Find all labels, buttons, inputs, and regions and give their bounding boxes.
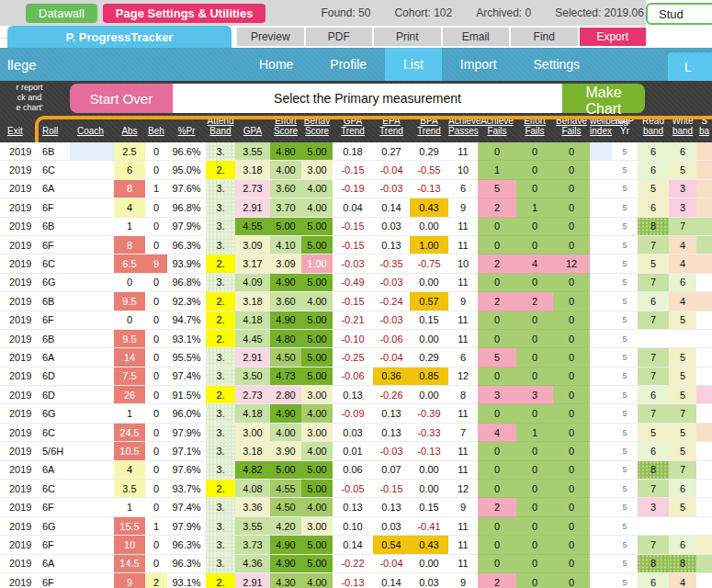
cell[interactable]: 2. xyxy=(206,254,235,273)
cell[interactable] xyxy=(70,367,114,385)
cell[interactable]: 2019 xyxy=(0,235,35,254)
cell[interactable]: 0.13 xyxy=(373,423,410,441)
cell[interactable]: 4.08 xyxy=(235,480,270,498)
column-header[interactable]: BPATrend xyxy=(410,116,448,139)
cell[interactable] xyxy=(590,516,612,535)
cell[interactable]: 1 xyxy=(516,423,553,441)
cell[interactable]: 3.18 xyxy=(235,442,270,460)
cell[interactable] xyxy=(590,179,612,198)
cell[interactable]: 6 xyxy=(448,179,478,198)
cell[interactable]: 2. xyxy=(206,292,235,311)
cell[interactable] xyxy=(696,348,712,367)
cell[interactable]: 0 xyxy=(516,311,553,329)
cell[interactable]: 0 xyxy=(516,516,553,535)
cell[interactable]: -0.06 xyxy=(373,329,410,347)
cell[interactable]: 0 xyxy=(553,460,590,479)
cell[interactable]: 3. xyxy=(206,179,235,198)
student-row[interactable]: 20196C6095.0%2.3.184.003.00-0.15-0.04-0.… xyxy=(0,161,712,179)
cell[interactable]: 6G xyxy=(35,516,70,535)
cell[interactable]: 2019 xyxy=(0,536,35,554)
cell[interactable]: 0.13 xyxy=(333,498,373,516)
cell[interactable]: 0.00 xyxy=(410,273,448,291)
primary-measurement-field[interactable]: Select the Primary measurement xyxy=(173,84,562,113)
cell[interactable]: 4.90 xyxy=(270,311,301,329)
cell[interactable]: -0.55 xyxy=(410,161,448,179)
cell[interactable]: 3.5 xyxy=(114,480,145,498)
cell[interactable]: 0.00 xyxy=(410,460,448,479)
cell[interactable]: 12 xyxy=(448,367,478,385)
cell[interactable] xyxy=(70,235,114,254)
cell[interactable]: 5.00 xyxy=(301,273,333,291)
cell[interactable] xyxy=(696,572,712,588)
cell[interactable]: 0 xyxy=(553,348,590,367)
cell[interactable]: 7 xyxy=(448,423,478,441)
cell[interactable]: 2. xyxy=(206,386,235,404)
cell[interactable] xyxy=(590,292,612,311)
cell[interactable]: 3. xyxy=(206,217,235,235)
cell[interactable]: 0.06 xyxy=(333,460,373,479)
column-header[interactable]: Coach xyxy=(70,116,114,139)
cell[interactable]: 94.7% xyxy=(167,311,206,329)
cell[interactable]: 4.00 xyxy=(301,404,333,423)
cell[interactable]: 7 xyxy=(638,536,669,554)
email-button[interactable]: Email xyxy=(443,28,510,46)
cell[interactable] xyxy=(696,179,712,198)
column-header[interactable]: AttendBand xyxy=(206,116,235,139)
cell[interactable]: 6G xyxy=(35,404,70,423)
cell[interactable] xyxy=(696,442,712,460)
cell[interactable]: 0.07 xyxy=(373,460,410,479)
cell[interactable] xyxy=(70,442,114,460)
cell[interactable]: 5 xyxy=(478,179,516,198)
cell[interactable]: 0 xyxy=(145,235,167,254)
cell[interactable]: 4 xyxy=(669,235,696,254)
cell[interactable]: 0 xyxy=(478,554,516,572)
cell[interactable]: -0.19 xyxy=(333,179,373,198)
cell[interactable]: 5/6H xyxy=(35,442,70,460)
cell[interactable]: 0 xyxy=(145,386,167,404)
cell[interactable]: 4.00 xyxy=(301,572,333,588)
cell[interactable] xyxy=(696,142,712,161)
cell[interactable]: 97.9% xyxy=(167,423,206,441)
cell[interactable]: 5 xyxy=(669,386,696,404)
cell[interactable]: 0 xyxy=(145,273,167,291)
cell[interactable]: 97.9% xyxy=(167,217,206,235)
cell[interactable]: 4 xyxy=(114,198,145,217)
cell[interactable]: 11 xyxy=(448,460,478,479)
cell[interactable]: 6 xyxy=(669,480,696,498)
student-row[interactable]: 20196C6.5993.9%2.3.173.091.00-0.03-0.35-… xyxy=(0,254,712,273)
cell[interactable]: -0.09 xyxy=(333,404,373,423)
student-row[interactable]: 20196B2.5096.6%3.3.554.805.000.180.270.2… xyxy=(0,142,712,161)
cell[interactable]: 10 xyxy=(448,161,478,179)
cell[interactable]: 9 xyxy=(145,254,167,273)
cell[interactable]: 96.6% xyxy=(167,142,206,161)
cell[interactable]: 0 xyxy=(516,498,553,516)
cell[interactable]: 0 xyxy=(553,292,590,311)
cell[interactable]: 9 xyxy=(448,572,478,588)
cell[interactable]: 97.6% xyxy=(167,179,206,198)
column-header[interactable]: Readband xyxy=(638,116,669,139)
student-row[interactable]: 20196G1096.0%3.4.184.904.00-0.090.13-0.3… xyxy=(0,404,712,423)
cell[interactable]: 2.91 xyxy=(235,348,270,367)
cell[interactable]: 0.00 xyxy=(410,386,448,404)
cell[interactable]: 0 xyxy=(145,198,167,217)
cell[interactable]: 0 xyxy=(553,442,590,460)
cell[interactable]: 0 xyxy=(145,554,167,572)
cell[interactable]: 6F xyxy=(35,235,70,254)
cell[interactable]: 1 xyxy=(114,498,145,516)
cell[interactable]: 6G xyxy=(35,273,70,291)
cell[interactable]: 0 xyxy=(145,142,167,161)
cell[interactable]: 4.18 xyxy=(235,311,270,329)
cell[interactable]: 9 xyxy=(448,198,478,217)
cell[interactable]: 2019 xyxy=(0,367,35,385)
cell[interactable]: 2.73 xyxy=(235,386,270,404)
cell[interactable]: 2.80 xyxy=(270,386,301,404)
cell[interactable] xyxy=(696,329,712,347)
cell[interactable]: 26 xyxy=(114,386,145,404)
cell[interactable]: 8 xyxy=(114,179,145,198)
cell[interactable] xyxy=(590,348,612,367)
cell[interactable] xyxy=(70,460,114,479)
cell[interactable]: 8 xyxy=(638,217,669,235)
cell[interactable]: 0 xyxy=(478,516,516,535)
cell[interactable] xyxy=(590,498,612,516)
cell[interactable]: 5 xyxy=(638,423,669,441)
